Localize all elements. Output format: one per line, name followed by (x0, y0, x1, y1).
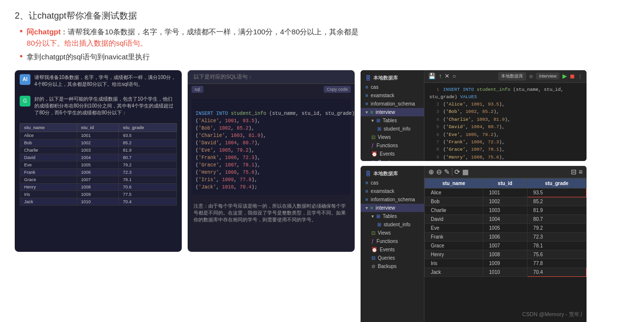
nav-queries-top[interactable]: ⊟ Queries (361, 158, 424, 161)
table-row: David100480.7 (425, 215, 587, 223)
sql-label-badge: sql (192, 86, 203, 93)
open-icon[interactable]: ○ (452, 73, 456, 80)
filter-icon[interactable]: ⊟ (571, 168, 577, 176)
col-header-name[interactable]: stu_name (425, 178, 483, 188)
nav-interview-label-b: interview (376, 205, 395, 211)
student-info-icon: ⊞ (377, 126, 381, 132)
db-icon-info: ≡ (365, 101, 368, 107)
db-icon-top: 🗄 (365, 75, 371, 81)
student-info-icon-b: ⊞ (377, 222, 381, 227)
tables-icon-b: ⊞ (376, 214, 380, 219)
ai-message-text: 好的，以下是一种可能的学生成绩数据，包含了10个学生，他们的成绩都积分布在80分… (34, 96, 177, 116)
bullet-text-1: 问chatgpt：请帮我准备10条数据，名字，学号，成绩都不一样，满分100分，… (27, 27, 359, 49)
nav-information-schema[interactable]: ≡ information_schema (361, 100, 424, 108)
table-row: Eve100579.2 (425, 223, 587, 232)
nav-title-top: 本地数据库 (373, 75, 398, 81)
events-icon: ⏰ (371, 151, 377, 157)
tables-icon: ⊞ (376, 118, 380, 123)
nav-examstack-bottom[interactable]: ≡ examstack (361, 187, 424, 195)
table-row: Charlie100381.9 (425, 206, 587, 215)
nav-examstack[interactable]: ≡ examstack (361, 91, 424, 100)
nav-item-title-top: 🗄 本地数据库 (361, 73, 424, 83)
refresh-icon[interactable]: ↑ (439, 73, 442, 80)
nav-cas-label-b: cas (371, 180, 379, 186)
right-panels: 🗄 本地数据库 ≡ cas ≡ examstack ≡ (361, 70, 587, 322)
nav-queries-bottom[interactable]: ⊟ Queries (361, 254, 424, 262)
table-row: Henry100875.6 (425, 250, 587, 259)
expand-tables-icon: ▾ (371, 118, 374, 123)
table-row: Iris100977.5 (20, 190, 177, 198)
navicat-sidebar-top: 🗄 本地数据库 ≡ cas ≡ examstack ≡ (361, 70, 424, 161)
page-title: 2、让chatgpt帮你准备测试数据 (15, 10, 629, 22)
save-icon[interactable]: 💾 (428, 73, 436, 80)
functions-label-b: Functions (377, 239, 398, 244)
col-header-id[interactable]: stu_id (483, 178, 527, 188)
ai-avatar: G (20, 96, 30, 107)
nav-interview-bottom[interactable]: ▾ ≡ interview (361, 204, 424, 212)
run-icon[interactable]: ▶ (562, 73, 567, 80)
nav-functions-top[interactable]: ƒ Functions (361, 141, 424, 150)
nav-tables-bottom[interactable]: ▾ ⊞ Tables (361, 212, 424, 220)
nav-cas[interactable]: ≡ cas (361, 83, 424, 91)
db-icon-cas-b: ≡ (365, 180, 368, 186)
nav-info-bottom[interactable]: ≡ information_schema (361, 195, 424, 204)
queries-icon: ⊟ (371, 160, 375, 161)
toolbar-icon-1[interactable]: ⊕ (428, 168, 434, 176)
chat-col-header-id: stu_id (77, 123, 118, 132)
nav-examstack-label-b: examstack (371, 188, 394, 194)
expand-tables-icon-b: ▾ (371, 214, 374, 219)
tables-label-b: Tables (383, 214, 397, 219)
chat-panel: AI 请帮我准备10条数据，名字，学号，成绩都不一样，满分100分，4个80分以… (15, 70, 182, 252)
nav-views-bottom[interactable]: ⊡ Views (361, 229, 424, 237)
nav-item-title-bottom: 🗄 本地数据库 (361, 169, 424, 179)
red-text-continuation: 80分以下。给出插入数据的sql语句。 (27, 39, 147, 47)
bullet-list: • 问chatgpt：请帮我准备10条数据，名字，学号，成绩都不一样，满分100… (20, 27, 629, 63)
toolbar-icon-4[interactable]: ⟳ (454, 168, 460, 176)
table-row: Grace100778.1 (20, 176, 177, 183)
expand-icon-interview: ▾ (365, 109, 368, 115)
views-label-b: Views (378, 230, 391, 236)
bullet-item-2: • 拿到chatgpt的sql语句到navicat里执行 (20, 52, 629, 63)
format-icon[interactable]: ⋮ (578, 74, 583, 79)
toolbar-icon-5[interactable]: ▦ (462, 168, 469, 176)
student-info-label: student_info (384, 126, 411, 132)
table-row: Bob100285.2 (20, 139, 177, 146)
table-select-top[interactable]: interview (536, 73, 560, 80)
nav-cas-bottom[interactable]: ≡ cas (361, 179, 424, 187)
sql-code-block: INSERT INTO student_info (stu_name, stu_… (196, 103, 347, 191)
watermark: CSDN @Memory - 荒年丿 (522, 311, 585, 318)
nav-interview[interactable]: ▾ ≡ interview (361, 108, 424, 116)
toolbar-icon-3[interactable]: ✎ (444, 168, 450, 176)
toolbar-icon-2[interactable]: ⊖ (436, 168, 442, 176)
nav-student-info[interactable]: ⊞ student_info (361, 125, 424, 133)
db-select-top[interactable]: 本地数据库 (498, 72, 526, 80)
table-row: David100480.7 (20, 154, 177, 161)
stop-icon[interactable]: ◼ (570, 73, 575, 80)
navicat-panel-top: 🗄 本地数据库 ≡ cas ≡ examstack ≡ (361, 70, 587, 161)
delete-icon[interactable]: ✕ (445, 73, 449, 80)
chat-user-message: AI 请帮我准备10条数据，名字，学号，成绩都不一样，满分100分，4个80分以… (15, 70, 182, 92)
navicat-panel-bottom: 🗄 本地数据库 ≡ cas ≡ examstack ≡ (361, 166, 587, 322)
nav-functions-bottom[interactable]: ƒ Functions (361, 237, 424, 245)
chat-col-header-grade: stu_grade (119, 123, 177, 132)
table-row: Henry100870.6 (20, 183, 177, 190)
user-message-text: 请帮我准备10条数据，名字，学号，成绩都不一样，满分100分，4个80分以上，其… (34, 74, 177, 88)
panels-row: AI 请帮我准备10条数据，名字，学号，成绩都不一样，满分100分，4个80分以… (15, 70, 629, 322)
sort-icon[interactable]: ≡ (579, 168, 583, 176)
col-header-grade[interactable]: stu_grade (527, 178, 586, 188)
nav-student-info-bottom[interactable]: ⊞ student_info (361, 220, 424, 229)
nav-examstack-label: examstack (371, 93, 394, 98)
nav-views-top[interactable]: ⊡ Views (361, 133, 424, 141)
table-row: Alice100193.5 (20, 132, 177, 139)
db-icon-info-b: ≡ (365, 197, 368, 202)
nav-events-bottom[interactable]: ⏰ Events (361, 245, 424, 254)
nav-tables-top[interactable]: ▾ ⊞ Tables (361, 116, 424, 125)
db-icon-exam-b: ≡ (365, 188, 368, 194)
nav-backups-bottom[interactable]: ⊘ Backups (361, 262, 424, 270)
copy-code-button[interactable]: Copy code (324, 86, 351, 93)
table-row: Grace100778.1 (425, 241, 587, 250)
data-results-table: stu_name stu_id stu_grade Alice100193.5 … (424, 178, 587, 277)
nav-events-top[interactable]: ⏰ Events (361, 150, 424, 158)
table-row: Eve100579.2 (20, 161, 177, 168)
views-icon-b: ⊡ (371, 230, 375, 236)
